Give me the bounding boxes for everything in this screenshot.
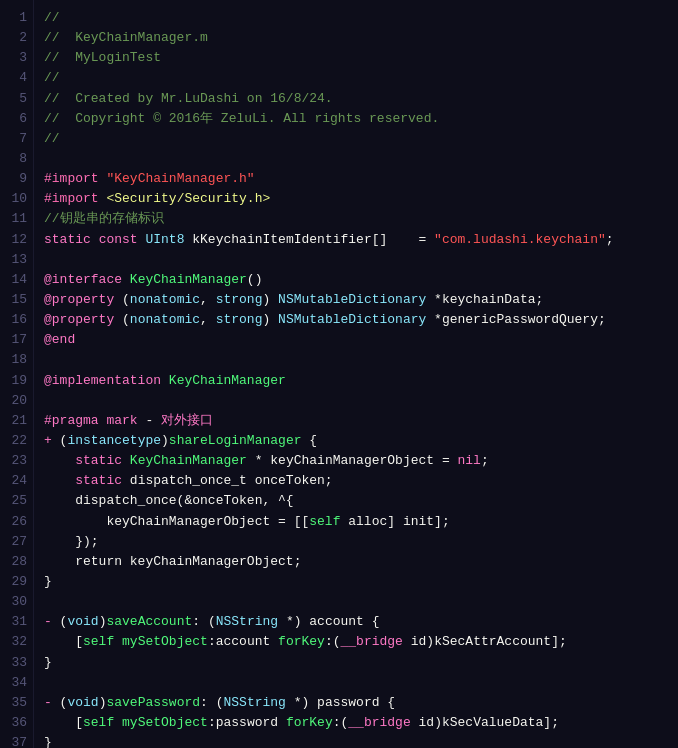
token-normal: : ( xyxy=(192,614,215,629)
line-number: 37 xyxy=(8,733,27,748)
token-property-kw: @property xyxy=(44,292,114,307)
token-attr: strong xyxy=(216,312,263,327)
code-line: + (instancetype)shareLoginManager { xyxy=(44,431,670,451)
line-number: 17 xyxy=(8,330,27,350)
token-normal: :( xyxy=(325,634,341,649)
token-keyword: - xyxy=(44,695,52,710)
token-normal xyxy=(122,453,130,468)
token-string: <Security/Security.h> xyxy=(106,191,270,206)
token-normal: ( xyxy=(52,614,68,629)
line-number: 12 xyxy=(8,230,27,250)
token-method: shareLoginManager xyxy=(169,433,302,448)
token-type: void xyxy=(67,695,98,710)
token-normal: dispatch_once_t onceToken; xyxy=(122,473,333,488)
token-normal: ( xyxy=(52,433,68,448)
code-line: @implementation KeyChainManager xyxy=(44,371,670,391)
code-line: dispatch_once(&onceToken, ^{ xyxy=(44,491,670,511)
code-line: // KeyChainManager.m xyxy=(44,28,670,48)
token-comment: // xyxy=(44,131,60,146)
token-normal xyxy=(161,373,169,388)
line-number: 18 xyxy=(8,350,27,370)
code-line: @interface KeyChainManager() xyxy=(44,270,670,290)
token-property-kw: @interface xyxy=(44,272,122,287)
line-number: 14 xyxy=(8,270,27,290)
token-self-kw: self xyxy=(83,634,114,649)
line-number: 8 xyxy=(8,149,27,169)
line-number: 19 xyxy=(8,371,27,391)
token-string-red: "com.ludashi.keychain" xyxy=(434,232,606,247)
line-number: 3 xyxy=(8,48,27,68)
token-method: mySetObject xyxy=(122,715,208,730)
token-normal: ) xyxy=(262,312,278,327)
code-line: }); xyxy=(44,532,670,552)
line-number: 34 xyxy=(8,673,27,693)
line-number: 21 xyxy=(8,411,27,431)
token-static-kw: static xyxy=(75,453,122,468)
token-normal: ; xyxy=(481,453,489,468)
line-number: 2 xyxy=(8,28,27,48)
token-keyword: __bridge xyxy=(348,715,410,730)
token-type: UInt8 xyxy=(145,232,184,247)
line-number: 30 xyxy=(8,592,27,612)
token-comment: // Copyright © 2016年 ZeluLi. All rights … xyxy=(44,111,439,126)
line-number: 11 xyxy=(8,209,27,229)
code-line: } xyxy=(44,572,670,592)
token-comment: // xyxy=(44,70,60,85)
line-number: 25 xyxy=(8,491,27,511)
code-line: keyChainManagerObject = [[self alloc] in… xyxy=(44,512,670,532)
token-normal: : ( xyxy=(200,695,223,710)
token-class-name: KeyChainManager xyxy=(169,373,286,388)
code-line: // xyxy=(44,8,670,28)
token-normal: alloc] init]; xyxy=(340,514,449,529)
token-normal: *genericPasswordQuery; xyxy=(426,312,605,327)
token-attr: strong xyxy=(216,292,263,307)
code-line xyxy=(44,673,670,693)
token-normal xyxy=(91,232,99,247)
token-normal: ( xyxy=(114,292,130,307)
line-number: 1 xyxy=(8,8,27,28)
code-line xyxy=(44,350,670,370)
token-keyword: __bridge xyxy=(341,634,403,649)
code-line: @end xyxy=(44,330,670,350)
token-normal: } xyxy=(44,574,52,589)
token-normal: *keychainData; xyxy=(426,292,543,307)
token-type: NSString xyxy=(216,614,278,629)
token-method: saveAccount xyxy=(106,614,192,629)
code-line: - (void)savePassword: (NSString *) passw… xyxy=(44,693,670,713)
code-line: #import <Security/Security.h> xyxy=(44,189,670,209)
line-number: 29 xyxy=(8,572,27,592)
line-number: 33 xyxy=(8,653,27,673)
token-property-kw: @end xyxy=(44,332,75,347)
token-property-kw: @property xyxy=(44,312,114,327)
code-line: // Copyright © 2016年 ZeluLi. All rights … xyxy=(44,109,670,129)
token-type: NSMutableDictionary xyxy=(278,312,426,327)
token-normal: return keyChainManagerObject; xyxy=(44,554,301,569)
line-number: 6 xyxy=(8,109,27,129)
token-method: forKey xyxy=(278,634,325,649)
token-normal: id)kSecAttrAccount]; xyxy=(403,634,567,649)
token-normal: keyChainManagerObject = [[ xyxy=(44,514,309,529)
token-comment: //钥匙串的存储标识 xyxy=(44,211,164,226)
token-pragma: #pragma mark xyxy=(44,413,138,428)
token-normal: , xyxy=(200,312,216,327)
code-line xyxy=(44,592,670,612)
token-comment: // KeyChainManager.m xyxy=(44,30,208,45)
line-number: 31 xyxy=(8,612,27,632)
token-normal: }); xyxy=(44,534,99,549)
token-keyword: + xyxy=(44,433,52,448)
code-line: // Created by Mr.LuDashi on 16/8/24. xyxy=(44,89,670,109)
token-method: forKey xyxy=(286,715,333,730)
token-normal: *) password { xyxy=(286,695,395,710)
token-method: mySetObject xyxy=(122,634,208,649)
code-line xyxy=(44,391,670,411)
token-normal: () xyxy=(247,272,263,287)
line-number: 15 xyxy=(8,290,27,310)
code-line: } xyxy=(44,733,670,748)
line-number: 35 xyxy=(8,693,27,713)
token-normal xyxy=(44,473,75,488)
code-line: } xyxy=(44,653,670,673)
token-chinese: 对外接口 xyxy=(161,413,213,428)
token-attr: nonatomic xyxy=(130,312,200,327)
token-normal: * keyChainManagerObject = xyxy=(247,453,458,468)
token-property-kw: @implementation xyxy=(44,373,161,388)
